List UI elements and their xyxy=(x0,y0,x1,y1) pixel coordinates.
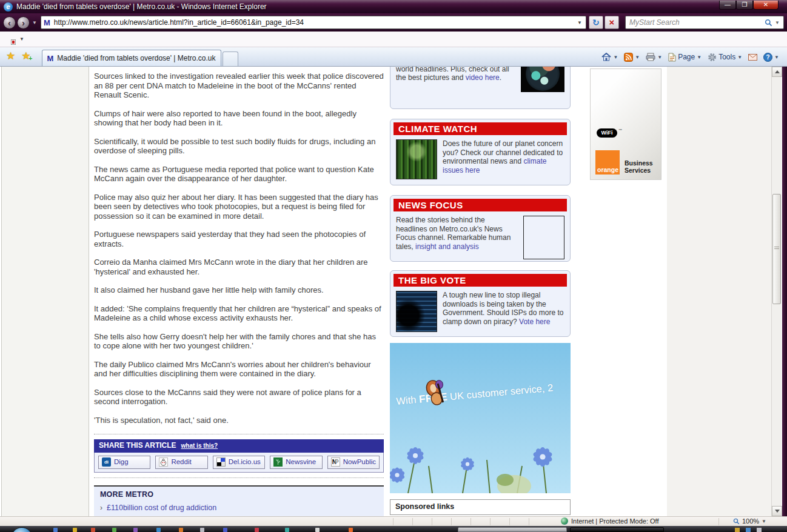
url-text[interactable]: http://www.metro.co.uk/news/article.html… xyxy=(54,18,576,27)
divider xyxy=(94,477,384,478)
window-title: Maddie 'died from tablets overdose' | Me… xyxy=(16,2,267,11)
zoom-dropdown-icon[interactable]: ▼ xyxy=(762,519,766,524)
page-dropdown-icon: ▼ xyxy=(697,55,702,60)
feeds-dropdown-icon[interactable]: ▼ xyxy=(635,55,640,60)
page-left-margin xyxy=(1,67,89,516)
quicklaunch-icon[interactable] xyxy=(133,528,138,532)
divider xyxy=(94,434,384,434)
home-button[interactable]: ▼ xyxy=(600,52,620,62)
address-dropdown-icon[interactable]: ▼ xyxy=(576,20,583,25)
feeds-button[interactable]: ▼ xyxy=(622,52,641,63)
navigation-bar: ‹ › ▼ M http://www.metro.co.uk/news/arti… xyxy=(0,13,787,32)
tools-dropdown-icon: ▼ xyxy=(737,55,742,60)
tab-active[interactable]: M Maddie 'died from tablets overdose' | … xyxy=(42,50,221,66)
more-metro-link[interactable]: £110billion cost of drug addiction xyxy=(107,504,216,513)
printer-icon xyxy=(646,53,655,61)
butterfly-ad-banner[interactable]: With FREE UK customer service, 2 xyxy=(390,343,571,493)
news-focus-thumbnail[interactable] xyxy=(523,216,564,259)
close-button[interactable]: ✕ xyxy=(753,1,779,10)
quicklaunch-icon[interactable] xyxy=(255,528,259,532)
home-icon xyxy=(601,53,611,61)
climate-watch-box: CLIMATE WATCH Does the future of our pla… xyxy=(390,119,571,185)
extension-dropdown-icon[interactable]: ▼ xyxy=(19,36,24,42)
climate-watch-text: Does the future of our planet concern yo… xyxy=(443,139,564,179)
article-paragraph: Scientifically, it would be possible to … xyxy=(94,137,384,156)
insight-analysis-link[interactable]: insight and analysis xyxy=(415,242,479,251)
new-tab-button[interactable] xyxy=(223,52,238,66)
orange-skyscraper-ad[interactable]: WiFi orange BusinessServices xyxy=(590,68,661,180)
quicklaunch-icon[interactable] xyxy=(91,528,95,532)
list-item: › £110billion cost of drug addiction xyxy=(100,504,378,513)
taskbar-window-button[interactable] xyxy=(458,527,567,532)
share-nowpublic-button[interactable]: NP NowPublic xyxy=(327,456,380,469)
quicklaunch-icon[interactable] xyxy=(179,528,183,532)
article-paragraph: The news came as Portuguese media report… xyxy=(94,165,384,184)
what-is-this-link[interactable]: what is this? xyxy=(181,441,218,451)
tray-icon[interactable] xyxy=(746,528,751,532)
taskbar-window-button-active[interactable] xyxy=(570,527,664,532)
search-dropdown-icon[interactable]: ▼ xyxy=(775,20,780,25)
search-input[interactable]: MyStart Search xyxy=(629,18,765,27)
scroll-up-button[interactable] xyxy=(772,67,782,77)
feedback-button[interactable] xyxy=(746,53,759,62)
tray-icon[interactable] xyxy=(735,528,740,532)
vote-here-link[interactable]: Vote here xyxy=(519,318,550,326)
stop-button[interactable]: × xyxy=(604,16,619,29)
quicklaunch-icon[interactable] xyxy=(53,528,58,532)
quicklaunch-icon[interactable] xyxy=(349,528,353,532)
article-paragraph: Portuguese newspapers said yesterday tha… xyxy=(94,230,384,248)
digg-icon: di xyxy=(102,457,111,467)
big-vote-thumbnail[interactable] xyxy=(396,291,437,332)
tools-menu-button[interactable]: Tools ▼ xyxy=(706,52,744,63)
quicklaunch-icon[interactable] xyxy=(73,528,77,532)
search-box[interactable]: MyStart Search ▼ xyxy=(625,16,784,29)
search-icon[interactable] xyxy=(765,19,772,27)
quicklaunch-icon[interactable] xyxy=(200,528,204,532)
svg-text:?: ? xyxy=(766,54,770,61)
share-delicious-button[interactable]: Del.icio.us xyxy=(213,456,265,469)
zoom-control[interactable]: 100% ▼ xyxy=(733,517,766,525)
scrollbar-thumb[interactable] xyxy=(772,194,781,304)
article-paragraph: The daily Publico claimed Mrs McCann's w… xyxy=(94,360,384,379)
print-dropdown-icon[interactable]: ▼ xyxy=(657,55,662,60)
share-reddit-button[interactable]: Reddit xyxy=(155,456,207,469)
article-paragraph: Police may also quiz her about her diary… xyxy=(94,193,384,221)
favorites-center-icon[interactable]: ★ xyxy=(6,50,15,62)
help-button[interactable]: ? ▼ xyxy=(762,52,781,63)
back-button[interactable]: ‹ xyxy=(3,16,16,29)
share-buttons-row: di Digg Reddit Del.icio.us xyxy=(94,453,384,473)
video-here-link[interactable]: video here xyxy=(466,73,500,82)
forward-button[interactable]: › xyxy=(17,16,30,29)
article-body: Sources linked to the investigation reve… xyxy=(94,71,384,516)
tray-icon[interactable] xyxy=(757,528,762,532)
delicious-icon xyxy=(216,457,226,467)
big-vote-title: THE BIG VOTE xyxy=(393,274,567,287)
address-bar[interactable]: M http://www.metro.co.uk/news/article.ht… xyxy=(41,16,586,29)
share-newsvine-button[interactable]: Newsvine xyxy=(270,456,322,469)
vertical-scrollbar[interactable] xyxy=(771,67,782,516)
minimize-button[interactable]: — xyxy=(719,1,736,10)
quicklaunch-icon[interactable] xyxy=(315,528,320,532)
quicklaunch-icon[interactable] xyxy=(223,528,227,532)
article-paragraph: Clumps of hair were also reported to hav… xyxy=(94,109,384,128)
home-dropdown-icon[interactable]: ▼ xyxy=(613,55,618,60)
history-dropdown-icon[interactable]: ▼ xyxy=(32,20,37,25)
start-button[interactable] xyxy=(11,527,33,532)
print-button[interactable]: ▼ xyxy=(644,52,664,62)
reddit-icon xyxy=(159,457,168,467)
share-digg-button[interactable]: di Digg xyxy=(98,456,150,469)
acrobat-web-icon[interactable] xyxy=(5,34,15,44)
business-services-label: BusinessServices xyxy=(625,160,653,174)
article-paragraph: It added: 'She complains frequently that… xyxy=(94,304,384,323)
quicklaunch-icon[interactable] xyxy=(112,528,116,532)
forest-thumbnail[interactable] xyxy=(396,139,437,179)
add-favorite-icon[interactable]: ★+ xyxy=(21,50,30,62)
refresh-button[interactable]: ↻ xyxy=(589,16,603,29)
page-menu-button[interactable]: Page ▼ xyxy=(666,52,703,63)
globe-thumbnail[interactable] xyxy=(521,67,564,92)
quicklaunch-icon[interactable] xyxy=(285,528,289,532)
maximize-button[interactable]: ❐ xyxy=(736,1,753,10)
scroll-down-button[interactable] xyxy=(772,506,782,516)
quicklaunch-icon[interactable] xyxy=(156,528,161,532)
help-dropdown-icon[interactable]: ▼ xyxy=(774,55,779,60)
